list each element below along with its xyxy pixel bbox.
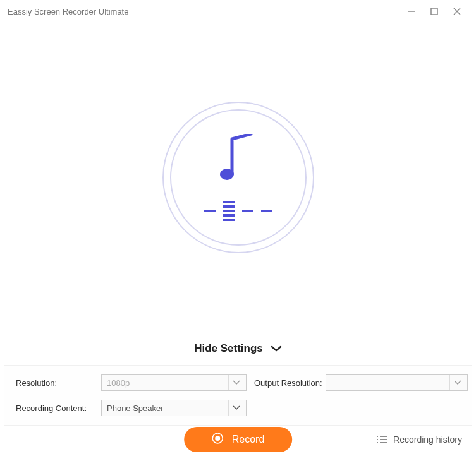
resolution-select[interactable]: 1080p	[101, 374, 247, 391]
output-resolution-select[interactable]	[326, 374, 468, 391]
close-button[interactable]	[446, 0, 468, 23]
list-icon	[377, 435, 387, 444]
minimize-button[interactable]	[400, 0, 423, 23]
main-area	[0, 23, 476, 332]
chevron-down-icon	[233, 380, 240, 385]
maximize-icon	[430, 8, 438, 15]
recording-content-select[interactable]: Phone Speaker	[101, 400, 247, 416]
output-resolution-label: Output Resolution:	[247, 378, 326, 388]
chevron-down-icon	[233, 405, 240, 410]
hide-settings-label: Hide Settings	[194, 342, 263, 355]
titlebar: Eassiy Screen Recorder Ultimate	[0, 0, 476, 23]
svg-rect-1	[431, 8, 437, 15]
window-title: Eassiy Screen Recorder Ultimate	[8, 7, 128, 16]
recording-history-link[interactable]: Recording history	[377, 434, 462, 445]
resolution-label: Resolution:	[16, 378, 101, 388]
recording-history-label: Recording history	[393, 434, 462, 445]
chevron-down-icon	[454, 380, 461, 385]
record-button[interactable]: Record	[184, 427, 293, 452]
hide-settings-toggle[interactable]: Hide Settings	[0, 332, 476, 365]
svg-point-6	[215, 436, 220, 441]
settings-panel: Resolution: 1080p Output Resolution: Rec…	[4, 365, 472, 426]
recording-content-value: Phone Speaker	[107, 404, 164, 413]
record-icon	[212, 433, 223, 446]
audio-record-graphic	[162, 102, 314, 253]
chevron-down-icon	[271, 345, 282, 352]
resolution-value: 1080p	[107, 378, 130, 388]
footer: Record Recording history	[0, 426, 476, 461]
close-icon	[453, 7, 461, 16]
maximize-button[interactable]	[423, 0, 446, 23]
minimize-icon	[407, 7, 416, 16]
record-label: Record	[232, 434, 265, 445]
recording-content-label: Recording Content:	[16, 404, 101, 413]
